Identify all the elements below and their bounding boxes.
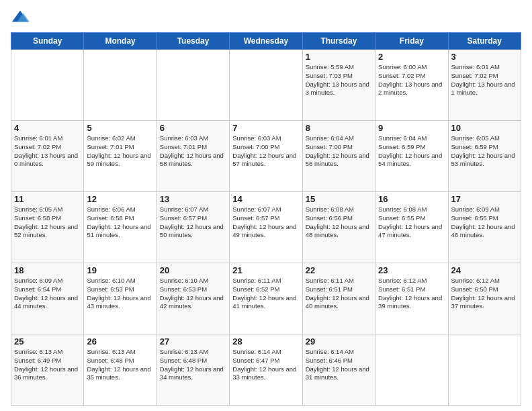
calendar-cell: 28Sunrise: 6:14 AMSunset: 6:47 PMDayligh…	[230, 334, 302, 406]
cell-day-number: 13	[160, 194, 226, 204]
calendar-header-friday: Friday	[375, 33, 448, 50]
cell-info: Sunrise: 6:14 AMSunset: 6:47 PMDaylight:…	[232, 348, 299, 382]
calendar-cell: 10Sunrise: 6:05 AMSunset: 6:59 PMDayligh…	[448, 121, 521, 192]
cell-info: Sunrise: 6:07 AMSunset: 6:57 PMDaylight:…	[232, 205, 299, 240]
logo-icon	[11, 8, 30, 27]
cell-info: Sunrise: 6:01 AMSunset: 7:02 PMDaylight:…	[14, 134, 81, 169]
calendar-cell: 4Sunrise: 6:01 AMSunset: 7:02 PMDaylight…	[11, 121, 84, 192]
calendar-cell: 8Sunrise: 6:04 AMSunset: 7:00 PMDaylight…	[302, 121, 375, 192]
cell-info: Sunrise: 6:03 AMSunset: 7:01 PMDaylight:…	[160, 134, 226, 169]
calendar-cell: 5Sunrise: 6:02 AMSunset: 7:01 PMDaylight…	[84, 121, 157, 192]
cell-day-number: 6	[160, 123, 226, 133]
cell-day-number: 10	[451, 123, 518, 133]
calendar-header-tuesday: Tuesday	[157, 33, 229, 50]
calendar-cell	[11, 50, 84, 121]
cell-day-number: 26	[87, 336, 153, 347]
calendar-table: SundayMondayTuesdayWednesdayThursdayFrid…	[11, 32, 521, 406]
calendar-cell: 11Sunrise: 6:05 AMSunset: 6:58 PMDayligh…	[11, 192, 84, 263]
cell-day-number: 5	[87, 123, 153, 133]
cell-day-number: 19	[87, 265, 153, 275]
calendar-week-row: 4Sunrise: 6:01 AMSunset: 7:02 PMDaylight…	[11, 121, 521, 192]
calendar-cell: 6Sunrise: 6:03 AMSunset: 7:01 PMDaylight…	[157, 121, 229, 192]
calendar-cell: 23Sunrise: 6:12 AMSunset: 6:51 PMDayligh…	[375, 263, 448, 334]
cell-day-number: 7	[232, 123, 299, 133]
cell-day-number: 8	[306, 123, 372, 133]
calendar-cell: 24Sunrise: 6:12 AMSunset: 6:50 PMDayligh…	[448, 263, 521, 334]
calendar-week-row: 11Sunrise: 6:05 AMSunset: 6:58 PMDayligh…	[11, 192, 521, 263]
calendar-cell: 2Sunrise: 6:00 AMSunset: 7:02 PMDaylight…	[375, 50, 448, 121]
cell-info: Sunrise: 6:08 AMSunset: 6:55 PMDaylight:…	[378, 205, 445, 240]
calendar-header-saturday: Saturday	[448, 33, 521, 50]
calendar-header-thursday: Thursday	[302, 33, 375, 50]
cell-info: Sunrise: 6:13 AMSunset: 6:48 PMDaylight:…	[160, 348, 226, 382]
cell-info: Sunrise: 6:10 AMSunset: 6:53 PMDaylight:…	[160, 277, 226, 311]
cell-day-number: 29	[306, 336, 372, 347]
cell-day-number: 27	[160, 336, 226, 347]
calendar-cell: 25Sunrise: 6:13 AMSunset: 6:49 PMDayligh…	[11, 334, 84, 406]
cell-info: Sunrise: 6:03 AMSunset: 7:00 PMDaylight:…	[232, 134, 299, 169]
calendar-week-row: 1Sunrise: 5:59 AMSunset: 7:03 PMDaylight…	[11, 50, 521, 121]
cell-info: Sunrise: 6:04 AMSunset: 7:00 PMDaylight:…	[306, 134, 372, 169]
calendar-cell: 20Sunrise: 6:10 AMSunset: 6:53 PMDayligh…	[157, 263, 229, 334]
cell-info: Sunrise: 6:05 AMSunset: 6:58 PMDaylight:…	[14, 205, 81, 240]
cell-day-number: 18	[14, 265, 81, 275]
calendar-cell: 22Sunrise: 6:11 AMSunset: 6:51 PMDayligh…	[302, 263, 375, 334]
cell-day-number: 4	[14, 123, 81, 133]
calendar-week-row: 18Sunrise: 6:09 AMSunset: 6:54 PMDayligh…	[11, 263, 521, 334]
logo	[11, 8, 32, 27]
calendar-cell: 17Sunrise: 6:09 AMSunset: 6:55 PMDayligh…	[448, 192, 521, 263]
cell-info: Sunrise: 6:10 AMSunset: 6:53 PMDaylight:…	[87, 277, 153, 311]
calendar-cell: 29Sunrise: 6:14 AMSunset: 6:46 PMDayligh…	[302, 334, 375, 406]
cell-day-number: 25	[14, 336, 81, 347]
cell-info: Sunrise: 5:59 AMSunset: 7:03 PMDaylight:…	[306, 63, 372, 97]
cell-day-number: 24	[451, 265, 518, 275]
cell-day-number: 12	[87, 194, 153, 204]
cell-day-number: 3	[451, 52, 518, 62]
cell-day-number: 23	[378, 265, 445, 275]
cell-day-number: 14	[232, 194, 299, 204]
cell-info: Sunrise: 6:13 AMSunset: 6:48 PMDaylight:…	[87, 348, 153, 382]
calendar-cell: 3Sunrise: 6:01 AMSunset: 7:02 PMDaylight…	[448, 50, 521, 121]
cell-info: Sunrise: 6:08 AMSunset: 6:56 PMDaylight:…	[306, 205, 372, 240]
header	[11, 8, 521, 27]
cell-info: Sunrise: 6:05 AMSunset: 6:59 PMDaylight:…	[451, 134, 518, 169]
cell-info: Sunrise: 6:13 AMSunset: 6:49 PMDaylight:…	[14, 348, 81, 382]
calendar-cell: 1Sunrise: 5:59 AMSunset: 7:03 PMDaylight…	[302, 50, 375, 121]
calendar-header-row: SundayMondayTuesdayWednesdayThursdayFrid…	[11, 33, 521, 50]
calendar-cell: 14Sunrise: 6:07 AMSunset: 6:57 PMDayligh…	[230, 192, 302, 263]
cell-info: Sunrise: 6:11 AMSunset: 6:51 PMDaylight:…	[306, 277, 372, 311]
cell-day-number: 16	[378, 194, 445, 204]
calendar-header-monday: Monday	[84, 33, 157, 50]
calendar-cell	[230, 50, 302, 121]
calendar-cell	[84, 50, 157, 121]
calendar-cell: 9Sunrise: 6:04 AMSunset: 6:59 PMDaylight…	[375, 121, 448, 192]
cell-info: Sunrise: 6:00 AMSunset: 7:02 PMDaylight:…	[378, 63, 445, 97]
cell-info: Sunrise: 6:09 AMSunset: 6:55 PMDaylight:…	[451, 205, 518, 240]
cell-day-number: 1	[306, 52, 372, 62]
cell-info: Sunrise: 6:12 AMSunset: 6:51 PMDaylight:…	[378, 277, 445, 311]
calendar-cell: 18Sunrise: 6:09 AMSunset: 6:54 PMDayligh…	[11, 263, 84, 334]
cell-info: Sunrise: 6:14 AMSunset: 6:46 PMDaylight:…	[306, 348, 372, 382]
cell-day-number: 17	[451, 194, 518, 204]
cell-day-number: 20	[160, 265, 226, 275]
cell-day-number: 2	[378, 52, 445, 62]
calendar-cell: 21Sunrise: 6:11 AMSunset: 6:52 PMDayligh…	[230, 263, 302, 334]
cell-info: Sunrise: 6:02 AMSunset: 7:01 PMDaylight:…	[87, 134, 153, 169]
cell-day-number: 11	[14, 194, 81, 204]
cell-info: Sunrise: 6:09 AMSunset: 6:54 PMDaylight:…	[14, 277, 81, 311]
cell-info: Sunrise: 6:01 AMSunset: 7:02 PMDaylight:…	[451, 63, 518, 97]
calendar-header-sunday: Sunday	[11, 33, 84, 50]
cell-info: Sunrise: 6:04 AMSunset: 6:59 PMDaylight:…	[378, 134, 445, 169]
cell-info: Sunrise: 6:12 AMSunset: 6:50 PMDaylight:…	[451, 277, 518, 311]
cell-info: Sunrise: 6:06 AMSunset: 6:58 PMDaylight:…	[87, 205, 153, 240]
cell-info: Sunrise: 6:11 AMSunset: 6:52 PMDaylight:…	[232, 277, 299, 311]
cell-day-number: 21	[232, 265, 299, 275]
cell-day-number: 9	[378, 123, 445, 133]
calendar-week-row: 25Sunrise: 6:13 AMSunset: 6:49 PMDayligh…	[11, 334, 521, 406]
calendar-cell: 7Sunrise: 6:03 AMSunset: 7:00 PMDaylight…	[230, 121, 302, 192]
cell-day-number: 22	[306, 265, 372, 275]
calendar-cell: 19Sunrise: 6:10 AMSunset: 6:53 PMDayligh…	[84, 263, 157, 334]
calendar-cell: 15Sunrise: 6:08 AMSunset: 6:56 PMDayligh…	[302, 192, 375, 263]
cell-day-number: 15	[306, 194, 372, 204]
calendar-cell: 16Sunrise: 6:08 AMSunset: 6:55 PMDayligh…	[375, 192, 448, 263]
